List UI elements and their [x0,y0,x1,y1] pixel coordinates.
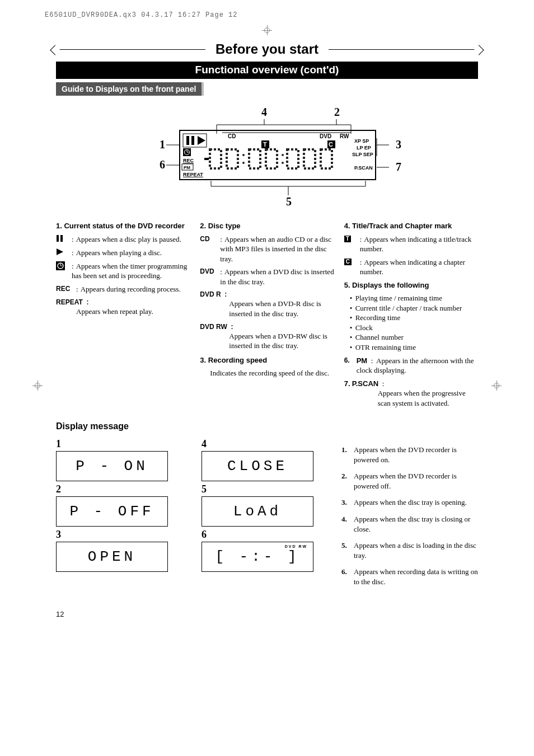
recording-speed-text: Indicates the recording speed of the dis… [210,368,334,378]
front-panel-diagram: 4 2 1 6 3 7 5 [56,106,478,214]
pm-label: PM [357,356,368,365]
status-item: REC :Appears during recording process. [56,284,190,294]
svg-marker-25 [198,136,205,145]
mark-text: Appears when indicating a title/track nu… [360,235,472,253]
svg-rect-50 [249,149,260,168]
pm-item: 6. PM : Appears in the afternoon with th… [344,356,478,375]
msg-num: 5 [202,483,313,495]
svg-rect-58 [57,235,59,242]
status-text: Appears during recording process. [81,285,181,293]
disc-type-item: DVD :Appears when a DVD disc is inserted… [200,267,334,287]
col2-heading-2: 3. Recording speed [200,355,334,365]
list-item: Channel number [350,332,478,342]
dvd-rw-label: DVD RW [200,323,227,331]
status-text: Appears when repeat play. [76,307,190,317]
title-badge-icon: T [344,234,360,254]
svg-rect-47 [227,149,238,168]
list-item: Clock [350,323,478,333]
dvd-rw-tiny-label: DVD RW [285,544,307,548]
play-icon [56,248,72,258]
status-item: :Appears when a disc play is paused. [56,234,190,245]
msg-num: 4 [202,438,313,450]
pause-icon [56,234,72,245]
svg-text:RW: RW [340,133,349,139]
display-box: DVD RW [ -:- ] [202,542,313,572]
disc-type-text: Appears when a DVD-RW disc is inserted i… [229,331,334,351]
status-text: Appears when a disc play is paused. [76,235,181,243]
svg-text:XP SP: XP SP [354,138,369,144]
svg-text:P.SCAN: P.SCAN [354,165,373,171]
msg-num: 2 [56,483,168,495]
mark-item: C :Appears when indicating a chapter num… [344,257,478,277]
list-item: 5.Appears when a disc is loading in the … [341,541,478,560]
col2-heading: 2. Disc type [200,221,334,231]
svg-point-49 [242,162,245,164]
column-3: 4. Title/Track and Chapter mark T :Appea… [344,220,478,408]
item6-num: 6. [344,356,357,375]
status-item: :Appears when the timer programming has … [56,261,190,281]
msg-column-right: 4 CLOSE 5 LoAd 6 DVD RW [ -:- ] [202,436,313,572]
svg-rect-56 [321,149,332,168]
title-row: Before you start [56,41,478,57]
display-box: CLOSE [202,451,313,481]
svg-rect-24 [191,136,194,145]
main-title: Before you start [205,41,329,57]
display-box: OPEN [56,542,168,572]
msg-num: 1 [56,438,168,450]
status-item: :Appears when playing a disc. [56,248,190,258]
disc-type-text: Appears when a DVD disc is inserted in t… [220,267,334,286]
status-item: REPEAT : Appears when repeat play. [56,298,190,317]
list-item: 1.Appears when the DVD recorder is power… [341,445,478,464]
svg-point-48 [242,154,245,156]
guide-label: Guide to Displays on the front panel [56,82,204,96]
svg-text:SLP SEP: SLP SEP [352,152,373,157]
mark-item: T :Appears when indicating a title/track… [344,234,478,254]
svg-text:4: 4 [261,106,267,118]
dvd-r-label: DVD R [200,290,221,298]
status-text: Appears when the timer programming has b… [72,262,187,280]
svg-point-53 [282,162,284,164]
list-item: Playing time / remaining time [350,293,478,303]
svg-text:T: T [263,141,267,148]
list-item: OTR remaining time [350,342,478,353]
list-item: 6.Appears when recording data is writing… [341,567,478,586]
svg-text:7: 7 [396,161,401,173]
svg-text:LP EP: LP EP [357,145,371,151]
pscan-label: P.SCAN [352,379,378,388]
svg-text:3: 3 [396,138,401,151]
svg-text:5: 5 [286,195,292,208]
display-message-title: Display message [56,421,319,431]
content-columns: 1. Current status of the DVD recorder :A… [56,220,478,408]
subtitle-banner: Functional overview (cont'd) [56,62,478,79]
svg-text:PM: PM [184,165,190,170]
msg-column-left: 1 P - ON 2 P - OFF 3 OPEN [56,436,168,572]
svg-point-52 [282,154,284,156]
svg-text:DVD: DVD [320,133,331,139]
col1-heading: 1. Current status of the DVD recorder [56,221,190,231]
disc-type-text: Appears when a DVD-R disc is inserted in… [229,299,334,318]
svg-text:C: C [329,141,333,148]
list-item: 2.Appears when the DVD recorder is power… [341,471,478,491]
disc-type-item: DVD R : Appears when a DVD-R disc is ins… [200,290,334,318]
display-box: P - OFF [56,496,168,527]
list-item: Recording time [350,313,478,323]
status-text: Appears when playing a disc. [76,248,162,257]
display-box: P - ON [56,451,168,481]
disc-type-item: CD :Appears when an audio CD or a disc w… [200,234,334,264]
svg-text:1: 1 [160,138,165,151]
chapter-badge-icon: C [344,257,360,277]
crop-mark-icon [262,25,272,35]
svg-text:6: 6 [160,158,165,171]
svg-rect-46 [210,149,221,168]
svg-rect-51 [266,149,277,168]
item7-num: 7. [344,379,350,388]
disc-type-item: DVD RW : Appears when a DVD-RW disc is i… [200,322,334,351]
svg-text:CD: CD [228,133,236,139]
svg-text:REPEAT: REPEAT [183,172,203,177]
svg-marker-60 [57,248,63,255]
pscan-text: Appears when the progressive scan system… [378,388,478,408]
svg-text:2: 2 [334,106,340,118]
timer-icon [56,261,72,281]
cd-label: CD [200,234,220,264]
dvd-label: DVD [200,267,220,287]
